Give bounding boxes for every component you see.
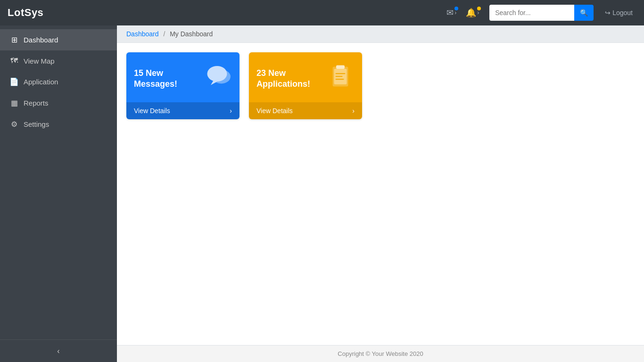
layout: ⊞ Dashboard 🗺 View Map 📄 Application ▦ R… (0, 25, 644, 362)
sidebar-label-reports: Reports (24, 99, 49, 107)
sidebar-label-dashboard: Dashboard (24, 36, 58, 44)
sidebar-item-view-map[interactable]: 🗺 View Map (0, 50, 117, 71)
applications-view-details-label: View Details (256, 107, 293, 115)
messages-chevron: › (454, 9, 456, 16)
content-area: 15 New Messages! View Details › (117, 43, 644, 345)
applications-card-top: 23 New Applications! (249, 52, 362, 102)
applications-card-bottom[interactable]: View Details › (249, 102, 362, 119)
footer-text: Copyright © Your Website 2020 (338, 350, 423, 357)
search-input[interactable] (489, 5, 574, 21)
svg-rect-6 (336, 73, 346, 74)
grid-icon: ▦ (9, 99, 19, 107)
applications-card[interactable]: 23 New Applications! (249, 52, 362, 119)
svg-rect-8 (336, 79, 344, 80)
dashboard-icon: ⊞ (9, 35, 19, 44)
sidebar-item-reports[interactable]: ▦ Reports (0, 92, 117, 114)
messages-button[interactable]: ✉ › (444, 6, 459, 20)
envelope-icon: ✉ (446, 8, 454, 18)
search-button[interactable]: 🔍 (574, 5, 594, 21)
sidebar-label-settings: Settings (24, 120, 49, 128)
header-actions: ✉ › 🔔 › 🔍 ↪ Logout (444, 5, 636, 21)
messages-card-top: 15 New Messages! (126, 52, 239, 102)
breadcrumb: Dashboard / My Dashboard (117, 25, 644, 43)
search-container: 🔍 (489, 5, 594, 21)
gear-icon: ⚙ (9, 120, 19, 129)
sidebar: ⊞ Dashboard 🗺 View Map 📄 Application ▦ R… (0, 25, 117, 362)
breadcrumb-separator: / (163, 30, 165, 38)
messages-card-title: 15 New Messages! (134, 68, 204, 90)
sidebar-nav: ⊞ Dashboard 🗺 View Map 📄 Application ▦ R… (0, 25, 117, 339)
logout-label: Logout (612, 9, 633, 16)
messages-card-icon (204, 62, 232, 96)
messages-view-details-label: View Details (134, 107, 170, 115)
messages-card-arrow: › (230, 107, 232, 115)
footer: Copyright © Your Website 2020 (117, 345, 644, 362)
applications-card-title: 23 New Applications! (256, 68, 326, 90)
logout-icon: ↪ (605, 9, 611, 16)
svg-rect-5 (336, 66, 345, 69)
notifications-chevron: › (477, 9, 479, 16)
app-logo: LotSys (8, 7, 43, 19)
logout-button[interactable]: ↪ Logout (601, 7, 636, 18)
sidebar-item-application[interactable]: 📄 Application (0, 71, 117, 92)
map-icon: 🗺 (9, 57, 19, 65)
notifications-badge (477, 7, 481, 10)
sidebar-item-settings[interactable]: ⚙ Settings (0, 114, 117, 135)
sidebar-collapse-button[interactable]: ‹ (0, 339, 117, 362)
main: Dashboard / My Dashboard 15 New Messages… (117, 25, 644, 362)
breadcrumb-dashboard-link[interactable]: Dashboard (126, 30, 159, 38)
breadcrumb-current: My Dashboard (170, 30, 213, 38)
collapse-icon: ‹ (57, 347, 59, 355)
sidebar-label-view-map: View Map (24, 57, 55, 65)
notifications-button[interactable]: 🔔 › (463, 6, 482, 20)
file-icon: 📄 (9, 77, 19, 86)
bell-icon: 🔔 (466, 8, 476, 18)
svg-rect-7 (336, 76, 343, 77)
applications-card-icon (326, 62, 355, 96)
messages-badge (454, 7, 458, 10)
sidebar-item-dashboard[interactable]: ⊞ Dashboard (0, 29, 117, 50)
search-icon: 🔍 (580, 9, 588, 16)
applications-card-arrow: › (352, 107, 355, 115)
header: LotSys ✉ › 🔔 › 🔍 ↪ Logout (0, 0, 644, 25)
sidebar-label-application: Application (24, 78, 58, 86)
svg-point-2 (212, 70, 231, 84)
messages-card[interactable]: 15 New Messages! View Details › (126, 52, 239, 119)
messages-card-bottom[interactable]: View Details › (126, 102, 239, 119)
cards-row: 15 New Messages! View Details › (126, 52, 635, 119)
